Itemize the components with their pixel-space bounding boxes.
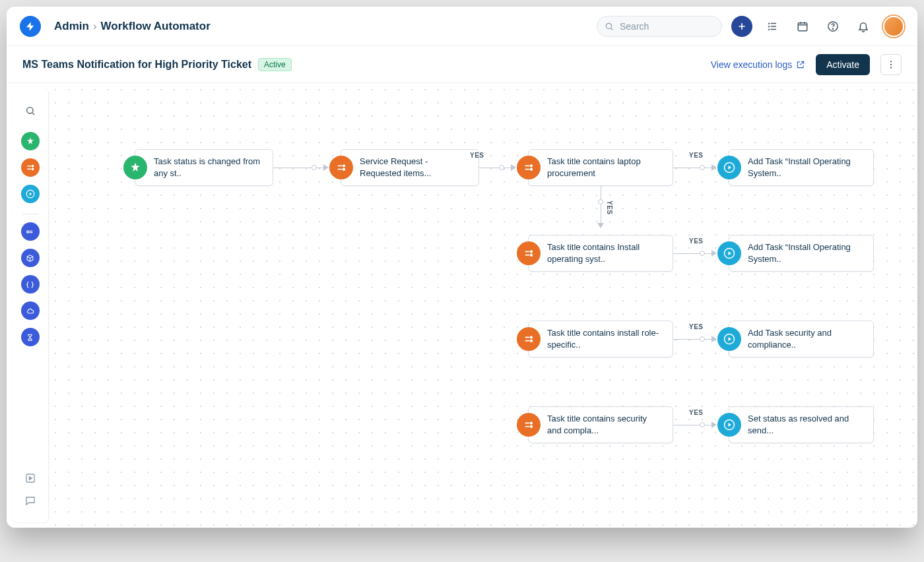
condition-icon [517, 241, 541, 265]
list-check-icon [766, 20, 778, 32]
svg-point-9 [32, 168, 33, 170]
filter-icon [523, 334, 534, 344]
user-avatar[interactable] [883, 16, 904, 37]
svg-point-13 [343, 165, 345, 167]
edge-label-yes: YES [470, 152, 484, 159]
add-button[interactable] [731, 16, 752, 37]
svg-point-18 [531, 251, 533, 253]
action-node-3[interactable]: Add Task security and compliance.. [729, 321, 874, 358]
sidebar-tool-a[interactable] [21, 222, 40, 241]
svg-point-22 [531, 340, 533, 342]
svg-point-19 [531, 254, 533, 256]
trigger-icon [26, 137, 35, 146]
braces-icon [26, 280, 34, 289]
help-icon [827, 20, 839, 32]
condition-node-2-text: Task title contains laptop procurement [547, 156, 663, 179]
trigger-node[interactable]: Task status is changed from any st.. [135, 149, 273, 186]
tool-sidebar [12, 88, 49, 522]
edge [601, 186, 601, 199]
breadcrumb-current: Workflow Automator [101, 20, 211, 33]
edge [673, 253, 700, 254]
sidebar-tool-e[interactable] [21, 328, 40, 346]
edge [504, 168, 511, 168]
app-logo[interactable] [20, 16, 41, 37]
activate-button[interactable]: Activate [816, 54, 870, 75]
sidebar-search[interactable] [21, 102, 40, 120]
condition-node-3[interactable]: Task title contains Install operating sy… [528, 235, 673, 272]
action-node-2-text: Add Task “Install Operating System.. [748, 241, 864, 265]
edge [705, 253, 711, 254]
action-icon [717, 327, 741, 351]
edge-dot [598, 199, 603, 204]
sidebar-condition-tool[interactable] [21, 158, 40, 177]
execution-logs-link[interactable]: View execution logs [711, 59, 805, 70]
breadcrumb-admin[interactable]: Admin [54, 20, 89, 33]
more-menu-button[interactable] [880, 54, 902, 75]
condition-node-5[interactable]: Task title contains security and compla.… [528, 406, 673, 443]
sidebar-divider [22, 214, 38, 214]
arrow-circle-icon [723, 247, 735, 259]
condition-icon [26, 163, 35, 172]
action-icon [26, 189, 35, 199]
edge [705, 425, 711, 425]
sidebar-action-tool[interactable] [21, 185, 40, 203]
edge-arrow [511, 164, 516, 171]
app-window: Admin › Workflow Automator [7, 7, 917, 528]
action-node-2[interactable]: Add Task “Install Operating System.. [729, 235, 874, 272]
edge-dot [700, 165, 705, 170]
condition-node-1[interactable]: Service Request - Requested items... [341, 149, 479, 186]
svg-point-24 [531, 422, 533, 424]
svg-point-21 [531, 336, 533, 338]
status-badge: Active [258, 58, 292, 71]
timer-icon [26, 333, 34, 342]
edge [673, 339, 700, 340]
dots-vertical-icon [886, 59, 896, 70]
edge [273, 168, 312, 168]
sidebar-tool-b[interactable] [21, 249, 40, 267]
workflow-header: MS Teams Notification for High Priority … [7, 46, 917, 83]
svg-point-14 [343, 168, 345, 170]
svg-point-0 [606, 23, 611, 28]
condition-icon [517, 327, 541, 351]
chat-icon [24, 495, 36, 507]
condition-node-4[interactable]: Task title contains install role-specifi… [528, 321, 673, 358]
action-node-1-text: Add Task “Install Operating System.. [748, 156, 864, 179]
edge [705, 168, 711, 168]
calendar-button[interactable] [792, 16, 813, 37]
action-icon [717, 156, 741, 179]
tasks-button[interactable] [762, 16, 783, 37]
condition-node-2[interactable]: Task title contains laptop procurement [528, 149, 673, 186]
sidebar-tool-c[interactable] [21, 275, 40, 294]
trigger-node-icon [123, 156, 147, 179]
sidebar-tool-d[interactable] [21, 301, 40, 320]
cube-icon [26, 254, 34, 263]
filter-icon [523, 420, 534, 430]
execution-logs-label: View execution logs [711, 59, 792, 70]
play-square-icon [24, 472, 36, 484]
external-link-icon [796, 60, 805, 69]
edge-label-yes: YES [689, 323, 704, 330]
sidebar-help[interactable] [24, 472, 36, 487]
bell-icon [857, 20, 869, 32]
edge-arrow [711, 336, 717, 342]
svg-point-4 [890, 61, 892, 62]
help-button[interactable] [822, 16, 843, 37]
spark-icon [129, 162, 141, 173]
action-node-1[interactable]: Add Task “Install Operating System.. [729, 149, 874, 186]
sidebar-chat[interactable] [24, 495, 36, 509]
filter-icon [523, 248, 534, 259]
workflow-canvas[interactable]: Task status is changed from any st.. Ser… [49, 83, 917, 528]
edge-label-yes: YES [689, 409, 704, 416]
edge [673, 425, 700, 425]
notifications-button[interactable] [853, 16, 874, 37]
action-node-4[interactable]: Set status as resolved and send... [729, 406, 874, 443]
search-input[interactable] [597, 16, 722, 37]
sidebar-trigger-tool[interactable] [21, 132, 40, 150]
condition-icon [517, 413, 541, 437]
cloud-icon [26, 307, 34, 315]
edge-label-yes: YES [689, 152, 704, 159]
top-bar: Admin › Workflow Automator [7, 7, 917, 46]
trigger-node-text: Task status is changed from any st.. [154, 156, 263, 179]
plus-icon [737, 21, 747, 32]
arrow-circle-icon [723, 162, 735, 173]
